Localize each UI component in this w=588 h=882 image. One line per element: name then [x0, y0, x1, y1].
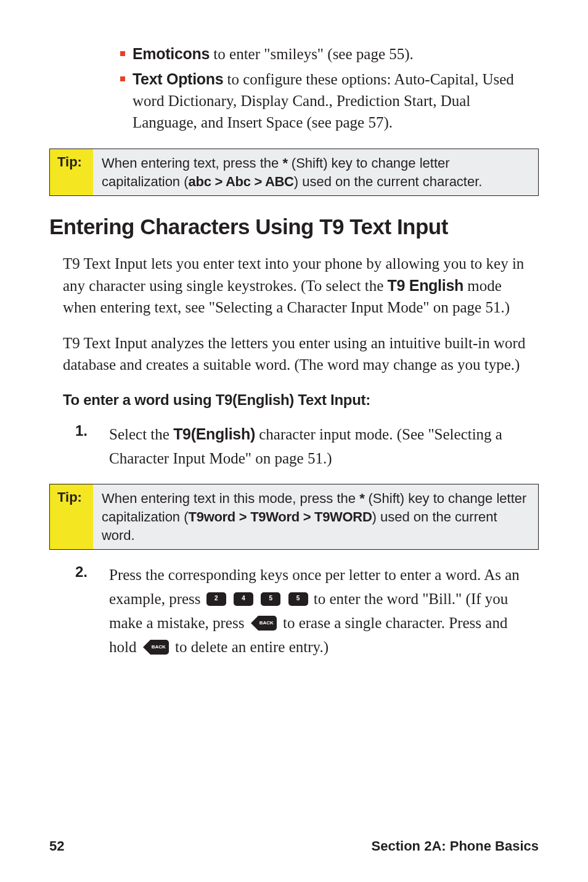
tip-box-1: Tip: When entering text, press the * (Sh…: [49, 149, 539, 196]
tip-text-before: When entering text in this mode, press t…: [102, 491, 359, 506]
step-body: Select the T9(English) character input m…: [109, 422, 533, 471]
step2-t4: to delete an entire entry.): [175, 639, 329, 655]
bullet-item-text-options: Text Options to configure these options:…: [120, 68, 539, 133]
tip-body: When entering text, press the * (Shift) …: [93, 149, 538, 195]
tip-star: *: [282, 155, 287, 171]
bullet-rest: to enter "smileys" (see page 55).: [210, 46, 414, 62]
numbered-list-2: 2. Press the corresponding keys once per…: [75, 563, 533, 659]
paragraph-1: T9 Text Input lets you enter text into y…: [63, 253, 539, 319]
step-1: 1. Select the T9(English) character inpu…: [75, 422, 533, 471]
sub-heading: To enter a word using T9(English) Text I…: [63, 391, 539, 409]
page-footer: 52 Section 2A: Phone Basics: [49, 838, 539, 854]
step-number: 1.: [75, 422, 109, 439]
tip-text-end: ) used on the current character.: [294, 174, 483, 189]
bullet-icon: [120, 51, 125, 56]
bullet-item-emoticons: Emoticons to enter "smileys" (see page 5…: [120, 43, 539, 65]
bullet-bold: Text Options: [133, 70, 223, 88]
step-2: 2. Press the corresponding keys once per…: [75, 563, 533, 659]
bullet-bold: Emoticons: [133, 45, 210, 62]
tip-caps: T9word > T9Word > T9WORD: [189, 509, 372, 525]
key-4-icon: [234, 592, 253, 606]
page-number: 52: [49, 838, 64, 854]
tip-box-2: Tip: When entering text in this mode, pr…: [49, 484, 539, 550]
back-key-label: BACK: [150, 640, 169, 655]
bullet-text: Text Options to configure these options:…: [133, 68, 539, 133]
paragraph-2: T9 Text Input analyzes the letters you e…: [63, 332, 539, 376]
tip-body: When entering text in this mode, press t…: [93, 484, 538, 549]
key-5-icon: [288, 592, 308, 606]
section-label: Section 2A: Phone Basics: [372, 838, 539, 854]
tip-caps: abc > Abc > ABC: [189, 174, 294, 189]
tip-text-before: When entering text, press the: [102, 155, 283, 171]
sub-bullet-list: Emoticons to enter "smileys" (see page 5…: [120, 43, 539, 133]
key-5-icon: [261, 592, 280, 606]
step-number: 2.: [75, 563, 109, 581]
bullet-text: Emoticons to enter "smileys" (see page 5…: [133, 43, 414, 65]
key-2-icon: [206, 592, 226, 606]
step-text-before: Select the: [109, 426, 173, 443]
back-key-icon: BACK: [251, 616, 277, 631]
back-key-label: BACK: [258, 616, 277, 631]
back-key-icon: BACK: [143, 640, 169, 655]
step-bold: T9(English): [173, 425, 255, 443]
tip-label: Tip:: [50, 484, 93, 549]
para-bold: T9 English: [388, 277, 463, 294]
numbered-list: 1. Select the T9(English) character inpu…: [75, 422, 533, 471]
tip-label: Tip:: [50, 149, 93, 195]
bullet-icon: [120, 76, 125, 81]
step-body: Press the corresponding keys once per le…: [109, 563, 533, 659]
section-heading: Entering Characters Using T9 Text Input: [49, 214, 539, 239]
